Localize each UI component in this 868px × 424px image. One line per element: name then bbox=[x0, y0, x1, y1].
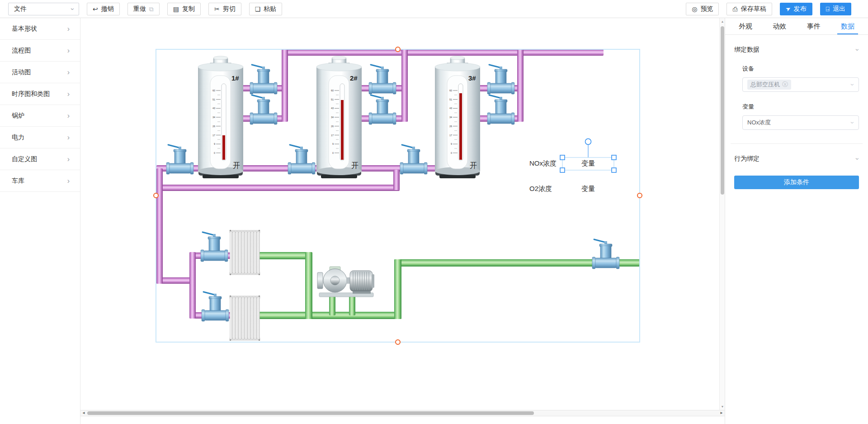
editor-canvas[interactable]: 605143342617901#开605143342617902#开605143… bbox=[80, 18, 719, 410]
copy-icon: ▤ bbox=[173, 6, 179, 12]
valve-2[interactable] bbox=[250, 95, 277, 124]
copy-button[interactable]: ▤ 复制 bbox=[167, 3, 201, 15]
storage-tank-2[interactable]: 605143342617902#开 bbox=[316, 56, 362, 178]
sidebar-item-label: 时序图和类图 bbox=[12, 90, 50, 98]
gauge-tick-label: 51 bbox=[449, 98, 452, 101]
app-root: 文件 › ↩ 撤销 重做 ⧉ ▤ 复制 ✂ 剪切 ❏ 粘贴 ◎ 预览 ⎙ bbox=[0, 0, 868, 424]
gauge-tick-label: 17 bbox=[212, 134, 215, 137]
file-menu-select[interactable]: 文件 › bbox=[8, 3, 79, 15]
valve-4[interactable] bbox=[369, 95, 396, 124]
bind-data-title: 绑定数据 bbox=[734, 46, 760, 54]
chevron-down-icon: › bbox=[850, 122, 856, 124]
gauge-tick-label: 60 bbox=[331, 89, 334, 92]
valve-12[interactable] bbox=[592, 239, 619, 269]
shape-library-sidebar: 基本形状›流程图›活动图›时序图和类图›锅炉›电力›自定义图›车库› bbox=[0, 18, 80, 424]
gauge-level bbox=[341, 100, 344, 160]
radiator-1[interactable] bbox=[230, 230, 260, 275]
sidebar-item-2[interactable]: 流程图› bbox=[0, 40, 80, 62]
cut-icon: ✂ bbox=[214, 6, 220, 12]
green-pipe-network[interactable] bbox=[259, 252, 640, 319]
paste-button[interactable]: ❏ 粘贴 bbox=[249, 3, 283, 15]
device-field: 设备 总部空压机 ⓧ › bbox=[742, 65, 859, 92]
redo-label: 重做 bbox=[133, 5, 146, 13]
sidebar-item-4[interactable]: 时序图和类图› bbox=[0, 83, 80, 105]
variable-value: NOx浓度 bbox=[747, 119, 771, 127]
sidebar-item-6[interactable]: 电力› bbox=[0, 127, 80, 148]
binding-value-label[interactable]: 变量 bbox=[581, 185, 595, 192]
valve-9[interactable] bbox=[400, 145, 427, 174]
variable-select[interactable]: NOx浓度 › bbox=[742, 115, 859, 130]
valve-10[interactable] bbox=[201, 232, 228, 262]
scroll-right-icon[interactable]: ► bbox=[720, 411, 723, 415]
copy-label: 复制 bbox=[182, 5, 195, 13]
sidebar-item-7[interactable]: 自定义图› bbox=[0, 148, 80, 170]
exit-door-icon: ⍈ bbox=[826, 6, 830, 12]
preview-button[interactable]: ◎ 预览 bbox=[686, 3, 719, 15]
undo-button[interactable]: ↩ 撤销 bbox=[87, 3, 120, 15]
pump[interactable] bbox=[317, 267, 374, 297]
selection-handle-right[interactable] bbox=[637, 193, 642, 198]
valve-6[interactable] bbox=[487, 95, 514, 124]
gauge-tick-label: 0 bbox=[332, 152, 334, 154]
section-divider bbox=[731, 143, 863, 144]
save-icon: ⎙ bbox=[732, 6, 737, 12]
horizontal-scroll-thumb[interactable] bbox=[87, 411, 534, 415]
tab-数据[interactable]: 数据 bbox=[841, 18, 854, 34]
tab-动效[interactable]: 动效 bbox=[773, 18, 786, 34]
selection-handle-left[interactable] bbox=[154, 193, 158, 198]
selection-handle-bottom[interactable] bbox=[396, 340, 400, 344]
resize-handle[interactable] bbox=[560, 168, 565, 172]
vertical-scroll-thumb[interactable] bbox=[721, 26, 724, 195]
sidebar-item-5[interactable]: 锅炉› bbox=[0, 105, 80, 127]
valve-11[interactable] bbox=[202, 292, 229, 321]
resize-handle[interactable] bbox=[560, 155, 565, 160]
bind-data-section-header[interactable]: 绑定数据 › bbox=[734, 46, 859, 54]
add-condition-button[interactable]: 添加条件 bbox=[734, 176, 859, 189]
publish-button[interactable]: ➤ 发布 bbox=[780, 3, 812, 15]
selection-handle-top[interactable] bbox=[396, 47, 400, 52]
storage-tank-3[interactable]: 605143342617903#开 bbox=[435, 56, 480, 178]
storage-tank-1[interactable]: 605143342617901#开 bbox=[198, 56, 243, 178]
sidebar-item-label: 流程图 bbox=[12, 47, 31, 55]
binding-name-label: O2浓度 bbox=[529, 185, 552, 192]
tab-事件[interactable]: 事件 bbox=[807, 18, 821, 34]
exit-label: 退出 bbox=[833, 5, 845, 13]
chevron-right-icon: › bbox=[67, 155, 70, 163]
valve-1[interactable] bbox=[250, 65, 277, 94]
gauge-tick-label: 17 bbox=[449, 134, 452, 137]
remove-tag-icon[interactable]: ⓧ bbox=[782, 81, 788, 89]
gauge-tick-label: 26 bbox=[212, 125, 215, 128]
variable-field: 变量 NOx浓度 › bbox=[742, 103, 859, 130]
exit-button[interactable]: ⍈ 退出 bbox=[820, 3, 851, 15]
binding-value-label[interactable]: 变量 bbox=[581, 159, 595, 167]
sidebar-item-1[interactable]: 基本形状› bbox=[0, 18, 80, 40]
rotate-handle[interactable] bbox=[585, 139, 591, 145]
sidebar-item-8[interactable]: 车库› bbox=[0, 170, 80, 192]
scroll-left-icon[interactable]: ◄ bbox=[82, 411, 85, 415]
cut-button[interactable]: ✂ 剪切 bbox=[208, 3, 241, 15]
chevron-right-icon: › bbox=[67, 177, 70, 185]
publish-label: 发布 bbox=[794, 5, 807, 13]
resize-handle[interactable] bbox=[612, 155, 616, 160]
valve-5[interactable] bbox=[487, 65, 514, 94]
save-draft-button[interactable]: ⎙ 保存草稿 bbox=[726, 3, 772, 15]
valve-3[interactable] bbox=[369, 65, 396, 94]
resize-handle[interactable] bbox=[612, 168, 616, 172]
device-select[interactable]: 总部空压机 ⓧ › bbox=[742, 77, 859, 92]
canvas-vertical-scrollbar[interactable]: ▲ ▼ bbox=[719, 18, 725, 410]
chevron-right-icon: › bbox=[67, 25, 70, 33]
gauge-tick-label: 0 bbox=[451, 152, 452, 154]
redo-button[interactable]: 重做 ⧉ bbox=[127, 3, 160, 15]
sidebar-item-3[interactable]: 活动图› bbox=[0, 62, 80, 83]
tab-外观[interactable]: 外观 bbox=[739, 18, 752, 34]
sidebar-item-label: 车库 bbox=[12, 177, 24, 185]
chevron-down-icon: › bbox=[850, 84, 856, 86]
canvas-horizontal-scrollbar[interactable]: ◄ ► bbox=[80, 410, 725, 416]
sidebar-item-label: 锅炉 bbox=[12, 112, 24, 120]
paste-icon: ❏ bbox=[255, 6, 261, 12]
valve-8[interactable] bbox=[288, 145, 315, 174]
radiator-2[interactable] bbox=[230, 295, 260, 341]
valve-7[interactable] bbox=[166, 145, 193, 174]
binding-row-2[interactable]: O2浓度变量 bbox=[529, 185, 595, 192]
behavior-section-header[interactable]: 行为绑定 › bbox=[734, 155, 859, 163]
